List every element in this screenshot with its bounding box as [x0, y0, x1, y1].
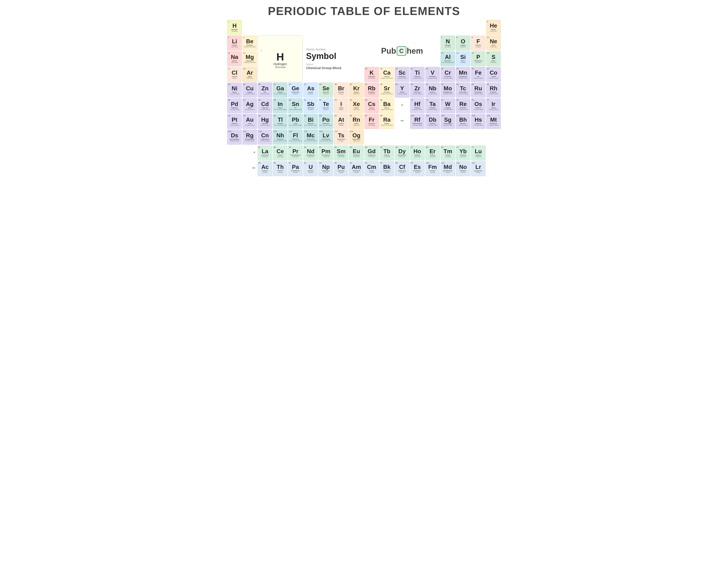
element-cell[interactable]: 81 Tl Thallium Post-Transition Metal [273, 114, 287, 129]
element-cell[interactable]: 82 Pb Lead Post-Transition Metal [288, 114, 303, 129]
element-cell[interactable]: 99 Es Einsteinium Actinide [410, 161, 425, 176]
element-cell[interactable]: 59 Pr Praseodymium Lanthanide [288, 145, 303, 160]
element-cell[interactable]: 30 Zn Zinc Transition Metal [258, 83, 272, 98]
element-cell[interactable]: 15 P Phosphorus Nonmetal [471, 51, 486, 66]
element-cell[interactable]: 114 Fl Flerovium Post-Transition Metal [288, 130, 303, 145]
element-cell[interactable]: 22 Ti Titanium Transition Metal [410, 67, 425, 82]
element-cell[interactable]: 35 Br Bromine Halogen [334, 83, 348, 98]
element-cell[interactable]: 107 Bh Bohrium Transition Metal [456, 114, 470, 129]
element-cell[interactable]: 12 Mg Magnesium Alkaline Earth Metal [242, 51, 257, 66]
element-cell[interactable]: 8 O Oxygen Nonmetal [456, 36, 470, 51]
element-cell[interactable]: 4 Be Beryllium Alkaline Earth Metal [242, 36, 257, 51]
element-cell[interactable]: 50 Sn Tin Post-Transition Metal [288, 98, 303, 113]
element-cell[interactable]: 76 Os Osmium Transition Metal [471, 98, 486, 113]
element-cell[interactable]: 11 Na Sodium Alkali Metal [227, 51, 242, 66]
element-cell[interactable]: 110 Ds Darmstadtium Transition Metal [227, 130, 242, 145]
element-cell[interactable]: 49 In Indium Post-Transition Metal [273, 98, 287, 113]
element-cell[interactable]: 78 Pt Platinum Transition Metal [227, 114, 242, 129]
element-cell[interactable]: 74 W Tungsten Transition Metal [441, 98, 455, 113]
element-cell[interactable]: 58 Ce Cerium Lanthanide [273, 145, 287, 160]
element-cell[interactable]: 47 Ag Silver Transition Metal [242, 98, 257, 113]
element-cell[interactable]: 52 Te Tellurium Metalloid [319, 98, 333, 113]
element-cell[interactable]: 84 Po Polonium Post-Transition Metal [319, 114, 333, 129]
element-cell[interactable]: 51 Sb Antimony Metalloid [303, 98, 318, 113]
element-cell[interactable]: 75 Re Rhenium Transition Metal [456, 98, 470, 113]
element-cell[interactable]: 36 Kr Krypton Noble Gas [349, 83, 364, 98]
element-cell[interactable]: 66 Dy Dysprosium Lanthanide [395, 145, 409, 160]
element-cell[interactable]: 9 F Fluorine Halogen [471, 36, 486, 51]
element-cell[interactable]: 112 Cn Copernicium Transition Metal [258, 130, 272, 145]
element-cell[interactable]: 104 Rf Rutherfordium Transition Metal [410, 114, 425, 129]
element-cell[interactable]: 77 Ir Iridium Transition Metal [486, 98, 501, 113]
element-cell[interactable]: 94 Pu Plutonium Actinide [334, 161, 348, 176]
element-cell[interactable]: 43 Tc Technetium Transition Metal [456, 83, 470, 98]
element-cell[interactable]: 19 K Potassium Alkali Metal [364, 67, 379, 82]
element-cell[interactable]: 83 Bi Bismuth Post-Transition Metal [303, 114, 318, 129]
element-cell[interactable]: 26 Fe Iron Transition Metal [471, 67, 486, 82]
element-cell[interactable]: 65 Tb Terbium Lanthanide [380, 145, 394, 160]
element-cell[interactable]: 79 Au Gold Transition Metal [242, 114, 257, 129]
element-cell[interactable]: 101 Md Mendelevium Actinide [441, 161, 455, 176]
element-cell[interactable]: 63 Eu Europium Lanthanide [349, 145, 364, 160]
element-cell[interactable]: 45 Rh Rhodium Transition Metal [486, 83, 501, 98]
element-cell[interactable]: 48 Cd Cadmium Transition Metal [258, 98, 272, 113]
element-cell[interactable]: 20 Ca Calcium Alkaline Earth Metal [380, 67, 394, 82]
element-cell[interactable]: 32 Ge Germanium Metalloid [288, 83, 303, 98]
element-cell[interactable]: 90 Th Thorium Actinide [273, 161, 287, 176]
element-cell[interactable]: 1 H Hydrogen Nonmetal [227, 20, 242, 35]
element-cell[interactable]: 116 Lv Livermorium Post-Transition Metal [319, 130, 333, 145]
element-cell[interactable]: 39 Y Yttrium Transition Metal [395, 83, 409, 98]
element-cell[interactable]: 31 Ga Gallium Post-Transition Metal [273, 83, 287, 98]
element-cell[interactable]: 37 Rb Rubidium Alkali Metal [364, 83, 379, 98]
element-cell[interactable]: 53 I Iodine Halogen [334, 98, 348, 113]
element-cell[interactable]: 117 Ts Tennessine Halogen [334, 130, 348, 145]
element-cell[interactable]: 18 Ar Argon Noble Gas [242, 67, 257, 82]
element-cell[interactable]: 42 Mo Molybdenum Transition Metal [441, 83, 455, 98]
element-cell[interactable]: 41 Nb Niobium Transition Metal [425, 83, 440, 98]
element-cell[interactable]: 17 Cl Chlorine Halogen [227, 67, 242, 82]
element-cell[interactable]: 106 Sg Seaborgium Transition Metal [441, 114, 455, 129]
element-cell[interactable]: 95 Am Americium Actinide [349, 161, 364, 176]
element-cell[interactable]: 27 Co Cobalt Transition Metal [486, 67, 501, 82]
element-cell[interactable]: 55 Cs Cesium Alkali Metal [364, 98, 379, 113]
element-cell[interactable]: 70 Yb Ytterbium Lanthanide [456, 145, 470, 160]
element-cell[interactable]: 29 Cu Copper Transition Metal [242, 83, 257, 98]
element-cell[interactable]: 62 Sm Samarium Lanthanide [334, 145, 348, 160]
element-cell[interactable]: 14 Si Silicon Metalloid [456, 51, 470, 66]
element-cell[interactable]: 28 Ni Nickel Transition Metal [227, 83, 242, 98]
element-cell[interactable]: 113 Nh Nihonium Post-Transition Metal [273, 130, 287, 145]
element-cell[interactable]: 38 Sr Strontium Alkaline Earth Metal [380, 83, 394, 98]
element-cell[interactable]: 40 Zr Zirconium Transition Metal [410, 83, 425, 98]
element-cell[interactable]: 67 Ho Holmium Lanthanide [410, 145, 425, 160]
element-cell[interactable]: 111 Rg Roentgenium Transition Metal [242, 130, 257, 145]
element-cell[interactable]: 71 Lu Lutetium Lanthanide [471, 145, 486, 160]
element-cell[interactable]: 25 Mn Manganese Transition Metal [456, 67, 470, 82]
element-cell[interactable]: 3 Li Lithium Alkali Metal [227, 36, 242, 51]
element-cell[interactable]: 13 Al Aluminum Post-Transition Metal [441, 51, 455, 66]
element-cell[interactable]: 91 Pa Protactinium Actinide [288, 161, 303, 176]
element-cell[interactable]: 108 Hs Hassium Transition Metal [471, 114, 486, 129]
element-cell[interactable]: 10 Ne Neon Noble Gas [486, 36, 501, 51]
element-cell[interactable]: 69 Tm Thulium Lanthanide [441, 145, 455, 160]
element-cell[interactable]: 103 Lr Lawrencium Actinide [471, 161, 486, 176]
element-cell[interactable]: 105 Db Dubnium Transition Metal [425, 114, 440, 129]
element-cell[interactable]: 56 Ba Barium Alkaline Earth Metal [380, 98, 394, 113]
element-cell[interactable]: 115 Mc Moscovium Post-Transition Metal [303, 130, 318, 145]
element-cell[interactable]: 98 Cf Californium Actinide [395, 161, 409, 176]
element-cell[interactable]: 118 Og Oganesson Noble Gas [349, 130, 364, 145]
element-cell[interactable]: 109 Mt Meitnerium Transition Metal [486, 114, 501, 129]
element-cell[interactable]: 102 No Nobelium Actinide [456, 161, 470, 176]
element-cell[interactable]: 93 Np Neptunium Actinide [319, 161, 333, 176]
element-cell[interactable]: 57 La Lanthanum Lanthanide [258, 145, 272, 160]
element-cell[interactable]: 64 Gd Gadolinium Lanthanide [364, 145, 379, 160]
element-cell[interactable]: 16 S Sulfur Nonmetal [486, 51, 501, 66]
element-cell[interactable]: 7 N Nitrogen Nonmetal [441, 36, 455, 51]
element-cell[interactable]: 97 Bk Berkelium Actinide [380, 161, 394, 176]
element-cell[interactable]: 68 Er Erbium Lanthanide [425, 145, 440, 160]
element-cell[interactable]: 60 Nd Neodymium Lanthanide [303, 145, 318, 160]
element-cell[interactable]: 87 Fr Francium Alkali Metal [364, 114, 379, 129]
element-cell[interactable]: 46 Pd Palladium Transition Metal [227, 98, 242, 113]
element-cell[interactable]: 24 Cr Chromium Transition Metal [441, 67, 455, 82]
element-cell[interactable]: 89 Ac Actinium Actinide [258, 161, 272, 176]
element-cell[interactable]: 61 Pm Promethium Lanthanide [319, 145, 333, 160]
